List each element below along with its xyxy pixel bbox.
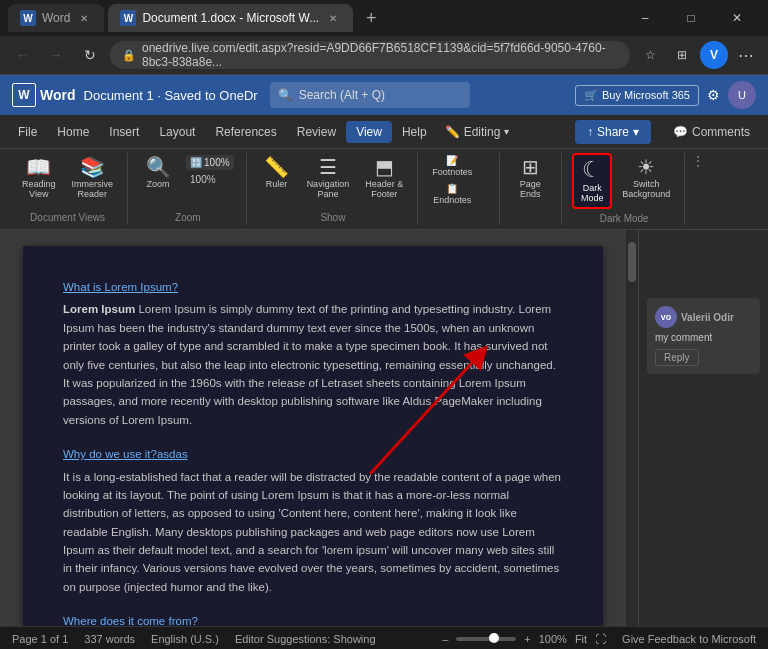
search-box[interactable]: 🔍 Search (Alt + Q) [270, 82, 470, 108]
tab-references[interactable]: References [205, 121, 286, 143]
header-footer-button[interactable]: ⬒ Header &Footer [359, 153, 409, 203]
tab-layout[interactable]: Layout [149, 121, 205, 143]
endnotes-button[interactable]: 📋 Endnotes [428, 181, 476, 207]
zoom-button[interactable]: 🔍 Zoom [138, 153, 178, 193]
word-app: W Word Document 1 · Saved to OneDr 🔍 Sea… [0, 75, 768, 649]
zoom-plus-button[interactable]: + [524, 633, 530, 645]
doc-page: What is Lorem Ipsum? Lorem Ipsum Lorem I… [23, 246, 603, 626]
word-tab-icon: W [20, 10, 36, 26]
pencil-icon: ✏️ [445, 125, 460, 139]
buy-button[interactable]: 🛒 Buy Microsoft 365 [575, 85, 699, 106]
tab-file[interactable]: File [8, 121, 47, 143]
switch-bg-icon: ☀ [637, 157, 655, 177]
zoom-minus-button[interactable]: – [442, 633, 448, 645]
settings-button[interactable]: ⚙ [707, 87, 720, 103]
doc-title: Document 1 · Saved to OneDr [84, 88, 258, 103]
new-tab-button[interactable]: + [357, 4, 385, 32]
buy-label: Buy Microsoft 365 [602, 89, 690, 101]
dark-mode-group-label: Dark Mode [572, 213, 676, 226]
tab-word[interactable]: W Word ✕ [8, 4, 104, 32]
extension-button[interactable]: ⊞ [668, 41, 696, 69]
tab-document-label: Document 1.docx - Microsoft W... [142, 11, 319, 25]
language: English (U.S.) [151, 633, 219, 645]
editing-label: Editing [464, 125, 501, 139]
word-header: W Word Document 1 · Saved to OneDr 🔍 Sea… [0, 75, 768, 115]
zoom-100-button[interactable]: 🔡 100% [186, 155, 234, 170]
more-ribbon-button[interactable]: ⋮ [687, 153, 709, 225]
footnotes-label [428, 223, 491, 225]
navigation-pane-button[interactable]: ☰ NavigationPane [301, 153, 356, 203]
zoom-label: Zoom [147, 179, 170, 189]
tab-review[interactable]: Review [287, 121, 346, 143]
editor-suggestions: Editor Suggestions: Showing [235, 633, 376, 645]
more-button[interactable]: ⋯ [732, 41, 760, 69]
navigation-label: NavigationPane [307, 179, 350, 199]
comments-button[interactable]: 💬 Comments [663, 121, 760, 143]
address-bar: ← → ↻ 🔒 onedrive.live.com/edit.aspx?resi… [0, 36, 768, 74]
editing-chevron[interactable]: ▾ [504, 126, 509, 137]
word-logo: W Word [12, 83, 76, 107]
commenter-name: Valerii Odir [681, 312, 734, 323]
page-ends-button[interactable]: ⊞ PageEnds [510, 153, 550, 203]
url-input[interactable]: 🔒 onedrive.live.com/edit.aspx?resid=A9DD… [110, 41, 630, 69]
page-movement-items: ⊞ PageEnds [510, 153, 550, 223]
fit-button[interactable]: Fit [575, 633, 587, 645]
section2-title[interactable]: Why do we use it?asdas [63, 445, 563, 463]
ribbon-group-document-views: 📖 ReadingView 📚 ImmersiveReader Document… [8, 153, 128, 225]
fullscreen-icon[interactable]: ⛶ [595, 633, 606, 645]
section1-body: Lorem Ipsum Lorem Ipsum is simply dummy … [63, 300, 563, 429]
ribbon-group-zoom: 🔍 Zoom 🔡 100% 100% Zoom [130, 153, 247, 225]
maximize-button[interactable]: □ [668, 0, 714, 36]
endnotes-icon: 📋 [446, 183, 458, 194]
tab-insert[interactable]: Insert [99, 121, 149, 143]
share-button[interactable]: ↑ Share ▾ [575, 120, 651, 144]
reply-button[interactable]: Reply [655, 349, 699, 366]
profile-button[interactable]: V [700, 41, 728, 69]
tab-help[interactable]: Help [392, 121, 437, 143]
tab-view[interactable]: View [346, 121, 392, 143]
zoom-icon: 🔍 [146, 157, 171, 177]
reading-view-icon: 📖 [26, 157, 51, 177]
avatar-button[interactable]: U [728, 81, 756, 109]
immersive-reader-label: ImmersiveReader [72, 179, 114, 199]
ruler-button[interactable]: 📏 Ruler [257, 153, 297, 193]
tab-document[interactable]: W Document 1.docx - Microsoft W... ✕ [108, 4, 353, 32]
zoom-label: Zoom [138, 212, 238, 225]
reading-view-button[interactable]: 📖 ReadingView [16, 153, 62, 203]
vertical-scrollbar[interactable] [626, 230, 638, 626]
header-footer-icon: ⬒ [375, 157, 394, 177]
zoom-value-button[interactable]: 100% [186, 172, 234, 187]
doc-area: What is Lorem Ipsum? Lorem Ipsum Lorem I… [0, 230, 768, 626]
show-label: Show [257, 212, 410, 225]
footnotes-icon: 📝 [446, 155, 458, 166]
zoom-slider[interactable] [456, 637, 516, 641]
star-button[interactable]: ☆ [636, 41, 664, 69]
browser-actions: ☆ ⊞ V ⋯ [636, 41, 760, 69]
url-text: onedrive.live.com/edit.aspx?resid=A9DD66… [142, 41, 618, 69]
word-count: 337 words [84, 633, 135, 645]
doc-scroll-area[interactable]: What is Lorem Ipsum? Lorem Ipsum Lorem I… [0, 230, 626, 626]
ribbon-group-page-movement: ⊞ PageEnds [502, 153, 562, 225]
minimize-button[interactable]: – [622, 0, 668, 36]
immersive-reader-button[interactable]: 📚 ImmersiveReader [66, 153, 120, 203]
section1-title[interactable]: What is Lorem Ipsum? [63, 278, 563, 296]
tab-home[interactable]: Home [47, 121, 99, 143]
back-button[interactable]: ← [8, 41, 36, 69]
ribbon-group-show: 📏 Ruler ☰ NavigationPane ⬒ Header &Foote… [249, 153, 419, 225]
section3-title[interactable]: Where does it come from? [63, 612, 563, 626]
tab-word-close[interactable]: ✕ [76, 10, 92, 26]
zoom-slider-container[interactable] [456, 637, 516, 641]
window-controls: – □ ✕ [622, 0, 760, 36]
comment-card: vo Valerii Odir my comment Reply [647, 298, 760, 374]
footnotes-button[interactable]: 📝 Footnotes [428, 153, 476, 179]
switch-background-button[interactable]: ☀ SwitchBackground [616, 153, 676, 203]
close-button[interactable]: ✕ [714, 0, 760, 36]
tab-document-close[interactable]: ✕ [325, 10, 341, 26]
reload-button[interactable]: ↻ [76, 41, 104, 69]
forward-button[interactable]: → [42, 41, 70, 69]
dark-mode-button[interactable]: ☾ DarkMode [572, 153, 612, 209]
feedback-label[interactable]: Give Feedback to Microsoft [622, 633, 756, 645]
scrollbar-thumb[interactable] [628, 242, 636, 282]
share-chevron: ▾ [633, 125, 639, 139]
ribbon-group-dark-mode: ☾ DarkMode ☀ SwitchBackground Dark Mode [564, 153, 685, 225]
